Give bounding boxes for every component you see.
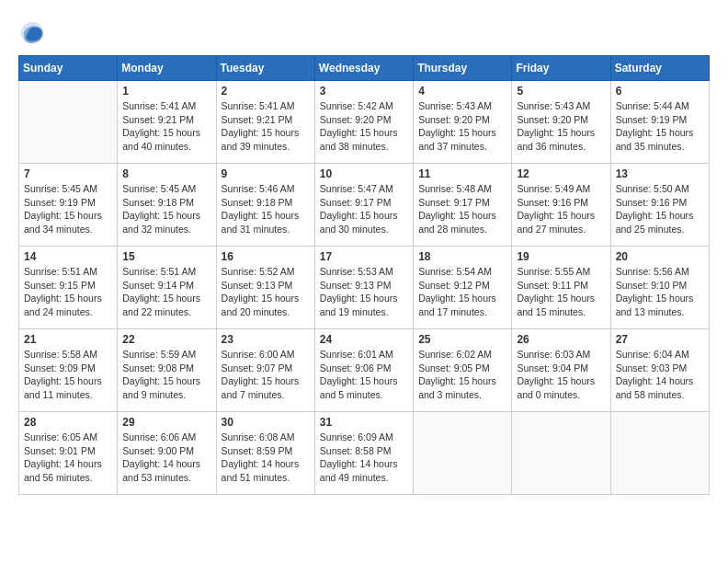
- calendar-cell: 24Sunrise: 6:01 AM Sunset: 9:06 PM Dayli…: [314, 329, 413, 412]
- calendar-cell: 6Sunrise: 5:44 AM Sunset: 9:19 PM Daylig…: [610, 81, 709, 164]
- calendar-week-2: 7Sunrise: 5:45 AM Sunset: 9:19 PM Daylig…: [19, 164, 710, 247]
- day-info: Sunrise: 5:58 AM Sunset: 9:09 PM Dayligh…: [24, 348, 112, 402]
- day-number: 17: [320, 250, 408, 263]
- calendar-cell: 8Sunrise: 5:45 AM Sunset: 9:18 PM Daylig…: [118, 164, 216, 247]
- calendar-week-4: 21Sunrise: 5:58 AM Sunset: 9:09 PM Dayli…: [19, 329, 710, 412]
- calendar-cell: 25Sunrise: 6:02 AM Sunset: 9:05 PM Dayli…: [414, 329, 512, 412]
- calendar-cell: 13Sunrise: 5:50 AM Sunset: 9:16 PM Dayli…: [610, 164, 709, 247]
- day-number: 11: [418, 167, 506, 180]
- day-info: Sunrise: 5:45 AM Sunset: 9:18 PM Dayligh…: [122, 182, 210, 236]
- calendar-cell: 1Sunrise: 5:41 AM Sunset: 9:21 PM Daylig…: [118, 81, 216, 164]
- day-number: 19: [517, 250, 605, 263]
- weekday-header-saturday: Saturday: [610, 56, 709, 81]
- calendar-cell: 15Sunrise: 5:51 AM Sunset: 9:14 PM Dayli…: [118, 247, 216, 329]
- calendar-cell: 11Sunrise: 5:48 AM Sunset: 9:17 PM Dayli…: [414, 164, 512, 247]
- day-number: 23: [222, 333, 310, 346]
- calendar-cell: 26Sunrise: 6:03 AM Sunset: 9:04 PM Dayli…: [512, 329, 610, 412]
- day-info: Sunrise: 6:06 AM Sunset: 9:00 PM Dayligh…: [122, 431, 210, 485]
- day-info: Sunrise: 5:51 AM Sunset: 9:14 PM Dayligh…: [122, 265, 210, 319]
- day-number: 9: [222, 167, 310, 180]
- day-info: Sunrise: 5:41 AM Sunset: 9:21 PM Dayligh…: [222, 99, 310, 154]
- day-info: Sunrise: 6:01 AM Sunset: 9:06 PM Dayligh…: [320, 348, 408, 402]
- day-info: Sunrise: 5:55 AM Sunset: 9:11 PM Dayligh…: [517, 265, 605, 319]
- day-number: 22: [122, 333, 210, 346]
- day-info: Sunrise: 6:00 AM Sunset: 9:07 PM Dayligh…: [222, 348, 310, 402]
- calendar-cell: 18Sunrise: 5:54 AM Sunset: 9:12 PM Dayli…: [414, 247, 512, 329]
- day-number: 7: [24, 167, 112, 180]
- calendar-cell: [414, 412, 512, 495]
- calendar-week-3: 14Sunrise: 5:51 AM Sunset: 9:15 PM Dayli…: [19, 247, 710, 329]
- calendar-cell: 2Sunrise: 5:41 AM Sunset: 9:21 PM Daylig…: [216, 81, 314, 164]
- day-number: 8: [122, 167, 210, 180]
- day-number: 29: [122, 416, 210, 429]
- day-number: 26: [517, 333, 605, 346]
- calendar-cell: 10Sunrise: 5:47 AM Sunset: 9:17 PM Dayli…: [314, 164, 413, 247]
- calendar-cell: [512, 412, 610, 495]
- weekday-header-monday: Monday: [118, 56, 216, 81]
- day-number: 27: [616, 333, 704, 346]
- day-number: 14: [24, 250, 112, 263]
- calendar-cell: 28Sunrise: 6:05 AM Sunset: 9:01 PM Dayli…: [19, 412, 118, 495]
- day-number: 2: [222, 85, 310, 98]
- day-info: Sunrise: 5:48 AM Sunset: 9:17 PM Dayligh…: [418, 182, 506, 236]
- day-info: Sunrise: 5:42 AM Sunset: 9:20 PM Dayligh…: [320, 99, 408, 154]
- weekday-header-wednesday: Wednesday: [314, 56, 413, 81]
- day-number: 13: [616, 167, 704, 180]
- calendar-cell: 9Sunrise: 5:46 AM Sunset: 9:18 PM Daylig…: [216, 164, 314, 247]
- page-header: [18, 18, 710, 46]
- day-number: 4: [418, 85, 506, 98]
- calendar-cell: 14Sunrise: 5:51 AM Sunset: 9:15 PM Dayli…: [19, 247, 118, 329]
- logo-icon: [18, 18, 46, 46]
- calendar-cell: 23Sunrise: 6:00 AM Sunset: 9:07 PM Dayli…: [216, 329, 314, 412]
- day-info: Sunrise: 6:02 AM Sunset: 9:05 PM Dayligh…: [418, 348, 506, 402]
- day-info: Sunrise: 6:08 AM Sunset: 8:59 PM Dayligh…: [222, 431, 310, 485]
- day-number: 15: [122, 250, 210, 263]
- calendar-cell: [610, 412, 709, 495]
- day-number: 25: [418, 333, 506, 346]
- calendar-cell: 30Sunrise: 6:08 AM Sunset: 8:59 PM Dayli…: [216, 412, 314, 495]
- day-number: 6: [616, 85, 704, 98]
- day-number: 18: [418, 250, 506, 263]
- calendar-cell: 17Sunrise: 5:53 AM Sunset: 9:13 PM Dayli…: [314, 247, 413, 329]
- day-info: Sunrise: 6:09 AM Sunset: 8:58 PM Dayligh…: [320, 431, 408, 485]
- day-number: 1: [122, 85, 210, 98]
- calendar-cell: 27Sunrise: 6:04 AM Sunset: 9:03 PM Dayli…: [610, 329, 709, 412]
- weekday-header-tuesday: Tuesday: [216, 56, 314, 81]
- calendar-cell: 12Sunrise: 5:49 AM Sunset: 9:16 PM Dayli…: [512, 164, 610, 247]
- day-number: 28: [24, 416, 112, 429]
- day-info: Sunrise: 5:41 AM Sunset: 9:21 PM Dayligh…: [122, 99, 210, 154]
- day-info: Sunrise: 5:44 AM Sunset: 9:19 PM Dayligh…: [616, 99, 704, 154]
- day-info: Sunrise: 6:03 AM Sunset: 9:04 PM Dayligh…: [517, 348, 605, 402]
- logo: [18, 18, 50, 46]
- calendar-table: SundayMondayTuesdayWednesdayThursdayFrid…: [18, 55, 710, 495]
- calendar-cell: 22Sunrise: 5:59 AM Sunset: 9:08 PM Dayli…: [118, 329, 216, 412]
- calendar-cell: 5Sunrise: 5:43 AM Sunset: 9:20 PM Daylig…: [512, 81, 610, 164]
- day-number: 20: [616, 250, 704, 263]
- calendar-cell: 4Sunrise: 5:43 AM Sunset: 9:20 PM Daylig…: [414, 81, 512, 164]
- day-info: Sunrise: 5:43 AM Sunset: 9:20 PM Dayligh…: [418, 99, 506, 154]
- calendar-cell: 7Sunrise: 5:45 AM Sunset: 9:19 PM Daylig…: [19, 164, 118, 247]
- day-number: 12: [517, 167, 605, 180]
- calendar-cell: 19Sunrise: 5:55 AM Sunset: 9:11 PM Dayli…: [512, 247, 610, 329]
- weekday-header-thursday: Thursday: [414, 56, 512, 81]
- day-info: Sunrise: 6:04 AM Sunset: 9:03 PM Dayligh…: [616, 348, 704, 402]
- day-info: Sunrise: 5:49 AM Sunset: 9:16 PM Dayligh…: [517, 182, 605, 236]
- calendar-week-1: 1Sunrise: 5:41 AM Sunset: 9:21 PM Daylig…: [19, 81, 710, 164]
- calendar-cell: 21Sunrise: 5:58 AM Sunset: 9:09 PM Dayli…: [19, 329, 118, 412]
- day-info: Sunrise: 5:53 AM Sunset: 9:13 PM Dayligh…: [320, 265, 408, 319]
- day-number: 5: [517, 85, 605, 98]
- weekday-header-sunday: Sunday: [19, 56, 118, 81]
- day-info: Sunrise: 5:45 AM Sunset: 9:19 PM Dayligh…: [24, 182, 112, 236]
- calendar-cell: 20Sunrise: 5:56 AM Sunset: 9:10 PM Dayli…: [610, 247, 709, 329]
- day-info: Sunrise: 5:47 AM Sunset: 9:17 PM Dayligh…: [320, 182, 408, 236]
- day-info: Sunrise: 5:56 AM Sunset: 9:10 PM Dayligh…: [616, 265, 704, 319]
- day-info: Sunrise: 5:50 AM Sunset: 9:16 PM Dayligh…: [616, 182, 704, 236]
- weekday-header-friday: Friday: [512, 56, 610, 81]
- day-number: 21: [24, 333, 112, 346]
- day-number: 24: [320, 333, 408, 346]
- day-number: 10: [320, 167, 408, 180]
- day-info: Sunrise: 5:46 AM Sunset: 9:18 PM Dayligh…: [222, 182, 310, 236]
- day-info: Sunrise: 5:51 AM Sunset: 9:15 PM Dayligh…: [24, 265, 112, 319]
- day-number: 3: [320, 85, 408, 98]
- day-info: Sunrise: 5:43 AM Sunset: 9:20 PM Dayligh…: [517, 99, 605, 154]
